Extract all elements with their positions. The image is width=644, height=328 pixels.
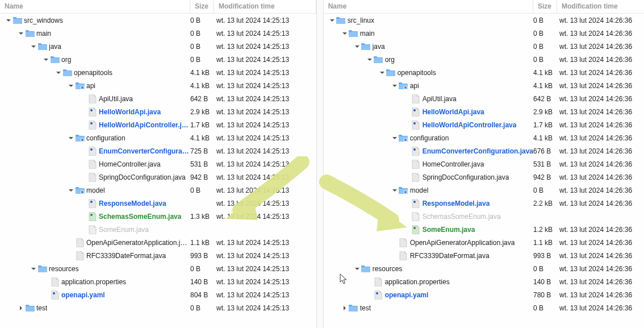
- twisty-down-icon[interactable]: [366, 56, 374, 64]
- tree-row[interactable]: SpringDocConfiguration.java942 Bwt. 13 l…: [324, 171, 644, 184]
- twisty-right-icon[interactable]: [17, 304, 25, 312]
- tree-row[interactable]: openapitools4.1 kBwt. 13 lut 2024 14:25:…: [0, 66, 316, 79]
- twisty-down-icon[interactable]: [55, 69, 62, 77]
- tree-row[interactable]: model0 Bwt. 13 lut 2024 14:26:36: [324, 184, 644, 197]
- tree-row[interactable]: org0 Bwt. 13 lut 2024 14:25:13: [0, 53, 316, 66]
- tree-row[interactable]: openapi.yaml780 Bwt. 13 lut 2024 14:26:3…: [324, 288, 644, 301]
- twisty-down-icon[interactable]: [391, 134, 399, 142]
- tree-row-size: 725 B: [190, 147, 214, 155]
- tree-row[interactable]: HomeController.java531 Bwt. 13 lut 2024 …: [324, 157, 644, 171]
- tree-row[interactable]: api4.1 kBwt. 13 lut 2024 14:25:13: [0, 79, 316, 92]
- tree-row[interactable]: HelloWorldApiController.java1.7 kBwt. 13…: [0, 118, 316, 131]
- folder-icon: [386, 68, 396, 77]
- tree-row[interactable]: ApiUtil.java642 Bwt. 13 lut 2024 14:26:3…: [324, 92, 644, 105]
- twisty-spacer: [366, 291, 374, 299]
- tree-row-label: java: [373, 43, 385, 51]
- tree-row[interactable]: application.properties140 Bwt. 13 lut 20…: [324, 275, 644, 288]
- tree-row[interactable]: application.properties140 Bwt. 13 lut 20…: [0, 275, 316, 288]
- tree-row-label: openapi.yaml: [61, 291, 105, 299]
- tree-row[interactable]: resources0 Bwt. 13 lut 2024 14:25:13: [0, 262, 316, 275]
- tree-row-size: 140 B: [533, 278, 557, 286]
- tree-row[interactable]: test0 Bwt. 13 lut 2024 14:25:13: [0, 301, 316, 314]
- tree-row-size: 676 B: [533, 147, 557, 155]
- header-size[interactable]: Size: [533, 0, 557, 13]
- tree-row[interactable]: SpringDocConfiguration.java942 Bwt. 13 l…: [0, 171, 316, 184]
- tree-row[interactable]: openapitools4.1 kBwt. 13 lut 2024 14:26:…: [324, 66, 644, 79]
- twisty-down-icon[interactable]: [5, 16, 12, 24]
- tree-row-time: wt. 13 lut 2024 14:25:13: [214, 147, 316, 155]
- tree-row[interactable]: test0 Bwt. 13 lut 2024 14:26:36: [324, 301, 644, 314]
- tree-row[interactable]: SomeEnum.java1.2 kBwt. 13 lut 2024 14:26…: [324, 223, 644, 236]
- twisty-down-icon[interactable]: [30, 43, 37, 51]
- twisty-down-icon[interactable]: [67, 186, 75, 194]
- tree-row[interactable]: EnumConverterConfiguration.java725 Bwt. …: [0, 144, 316, 157]
- tree-row[interactable]: openapi.yaml804 Bwt. 13 lut 2024 14:25:1…: [0, 288, 316, 301]
- tree-row[interactable]: main0 Bwt. 13 lut 2024 14:26:36: [324, 27, 644, 40]
- twisty-right-icon[interactable]: [341, 304, 349, 312]
- twisty-down-icon[interactable]: [30, 265, 37, 273]
- tree-row[interactable]: java0 Bwt. 13 lut 2024 14:25:13: [0, 40, 316, 53]
- header-time[interactable]: Modification time: [214, 0, 316, 13]
- tree-row-label: openapi.yaml: [385, 291, 429, 299]
- tree-row[interactable]: ResponseModel.javawt. 13 lut 2024 14:25:…: [0, 197, 316, 210]
- twisty-spacer: [366, 278, 374, 286]
- left-tree[interactable]: src_windows0 Bwt. 13 lut 2024 14:25:13ma…: [0, 14, 316, 314]
- pane-gutter[interactable]: [316, 0, 324, 328]
- tree-row[interactable]: configuration4.1 kBwt. 13 lut 2024 14:26…: [324, 131, 644, 144]
- file-icon: [411, 147, 421, 156]
- twisty-spacer: [403, 213, 411, 221]
- tree-row[interactable]: model0 Bwt. 13 lut 2024 14:25:13: [0, 184, 316, 197]
- tree-row[interactable]: HelloWorldApiController.java1.7 kBwt. 13…: [324, 118, 644, 131]
- twisty-down-icon[interactable]: [341, 30, 349, 38]
- tree-row-time: wt. 13 lut 2024 14:26:36: [557, 43, 644, 51]
- header-name[interactable]: Name: [0, 0, 190, 13]
- header-size[interactable]: Size: [190, 0, 214, 13]
- tree-row-time: wt. 13 lut 2024 14:26:36: [557, 69, 644, 77]
- tree-row[interactable]: resources0 Bwt. 13 lut 2024 14:26:36: [324, 262, 644, 275]
- file-icon: [87, 173, 97, 182]
- svg-point-30: [413, 109, 416, 111]
- twisty-down-icon[interactable]: [328, 16, 336, 24]
- tree-row-size: 0 B: [190, 16, 214, 24]
- tree-row[interactable]: OpenApiGeneratorApplication.java1.1 kBwt…: [324, 236, 644, 249]
- tree-row[interactable]: ApiUtil.java642 Bwt. 13 lut 2024 14:25:1…: [0, 92, 316, 105]
- twisty-down-icon[interactable]: [67, 82, 75, 90]
- tree-row[interactable]: EnumConverterConfiguration.java676 Bwt. …: [324, 144, 644, 157]
- twisty-down-icon[interactable]: [42, 56, 50, 64]
- tree-row[interactable]: org0 Bwt. 13 lut 2024 14:26:36: [324, 53, 644, 66]
- tree-row[interactable]: RFC3339DateFormat.java993 Bwt. 13 lut 20…: [324, 249, 644, 262]
- right-tree[interactable]: src_linux0 Bwt. 13 lut 2024 14:26:36main…: [324, 14, 644, 314]
- tree-row[interactable]: HelloWorldApi.java2.9 kBwt. 13 lut 2024 …: [324, 105, 644, 118]
- twisty-down-icon[interactable]: [353, 43, 361, 51]
- twisty-spacer: [80, 108, 87, 116]
- tree-row[interactable]: main0 Bwt. 13 lut 2024 14:25:13: [0, 27, 316, 40]
- twisty-down-icon[interactable]: [391, 186, 399, 194]
- tree-row[interactable]: OpenApiGeneratorApplication.java1.1 kBwt…: [0, 236, 316, 249]
- tree-row-size: 4.1 kB: [533, 69, 557, 77]
- tree-row-label: OpenApiGeneratorApplication.java: [86, 239, 190, 247]
- tree-row[interactable]: SchemasSomeEnum.java1.3 kBwt. 13 lut 202…: [0, 210, 316, 223]
- twisty-down-icon[interactable]: [353, 265, 361, 273]
- twisty-down-icon[interactable]: [67, 134, 75, 142]
- tree-row[interactable]: java0 Bwt. 13 lut 2024 14:26:36: [324, 40, 644, 53]
- file-icon: [411, 212, 421, 221]
- header-time[interactable]: Modification time: [557, 0, 644, 13]
- tree-row[interactable]: src_windows0 Bwt. 13 lut 2024 14:25:13: [0, 14, 316, 27]
- tree-row[interactable]: src_linux0 Bwt. 13 lut 2024 14:26:36: [324, 14, 644, 27]
- tree-row[interactable]: configuration4.1 kBwt. 13 lut 2024 14:25…: [0, 131, 316, 144]
- twisty-down-icon[interactable]: [391, 82, 399, 90]
- tree-row[interactable]: ResponseModel.java2.2 kBwt. 13 lut 2024 …: [324, 197, 644, 210]
- header-name[interactable]: Name: [324, 0, 533, 13]
- tree-row[interactable]: api4.1 kBwt. 13 lut 2024 14:26:36: [324, 79, 644, 92]
- twisty-down-icon[interactable]: [378, 69, 386, 77]
- tree-row[interactable]: HelloWorldApi.java2.9 kBwt. 13 lut 2024 …: [0, 105, 316, 118]
- tree-row-time: wt. 13 lut 2024 14:25:13: [214, 304, 316, 312]
- tree-row[interactable]: HomeController.java531 Bwt. 13 lut 2024 …: [0, 157, 316, 171]
- tree-row[interactable]: RFC3339DateFormat.java993 Bwt. 13 lut 20…: [0, 249, 316, 262]
- package-icon: [75, 186, 85, 195]
- tree-row-time: wt. 13 lut 2024 14:26:36: [557, 200, 644, 207]
- twisty-down-icon[interactable]: [17, 30, 25, 38]
- tree-row[interactable]: SchemasSomeEnum.java: [324, 210, 644, 223]
- tree-row[interactable]: SomeEnum.java: [0, 223, 316, 236]
- tree-row-label: test: [360, 304, 371, 312]
